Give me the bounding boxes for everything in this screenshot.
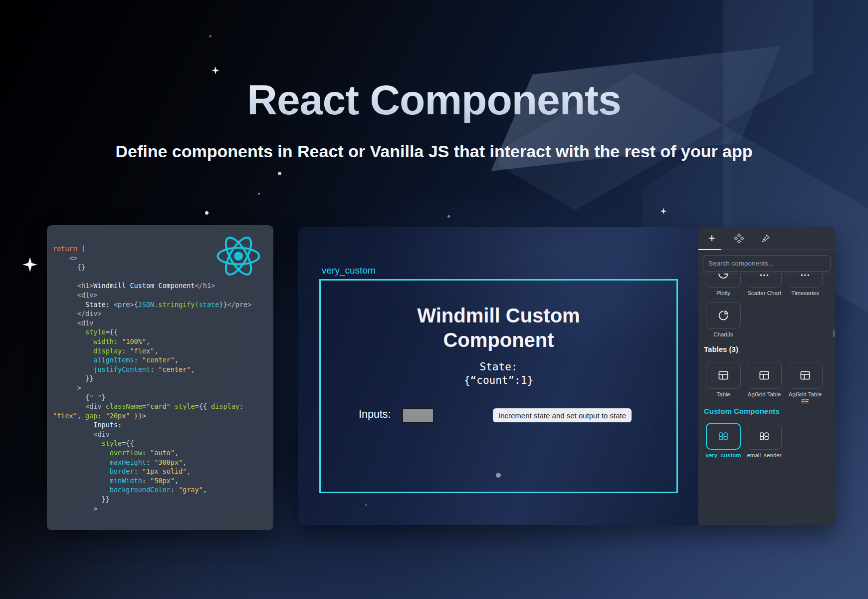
code-line: overflow: "auto", bbox=[53, 448, 268, 458]
code-line: Inputs: bbox=[53, 420, 268, 430]
canvas-dot-decor bbox=[365, 504, 367, 506]
code-line: State: <pre>{JSON.stringify(state)}</pre… bbox=[53, 300, 268, 309]
component-card-table[interactable] bbox=[706, 362, 741, 389]
code-line: <div bbox=[53, 318, 268, 328]
component-card-label: very_custom bbox=[703, 452, 744, 459]
component-input-box[interactable] bbox=[402, 408, 434, 423]
tab-components[interactable] bbox=[725, 227, 752, 250]
code-line: style={{ bbox=[53, 439, 268, 448]
table-icon bbox=[717, 369, 730, 382]
code-line: maxHeight: "300px", bbox=[53, 458, 268, 467]
table-icon bbox=[799, 369, 812, 382]
star-sparkle bbox=[22, 257, 37, 272]
code-panel: return ( <> {} <h1>Windmill Custom Compo… bbox=[47, 225, 273, 530]
code-line: <div bbox=[53, 430, 268, 439]
diamonds-icon bbox=[734, 234, 744, 243]
increment-button[interactable]: Increment state and set output to state bbox=[493, 408, 632, 422]
code-line: <> bbox=[53, 254, 268, 263]
plus-icon: + bbox=[708, 232, 715, 245]
code-line: }} bbox=[53, 495, 268, 504]
hero-page: React Components Define components in Re… bbox=[0, 0, 868, 599]
comp88-icon bbox=[758, 430, 771, 443]
code-line: "flex", gap: "20px" }}> bbox=[53, 411, 268, 421]
tables-heading: Tables (3) bbox=[704, 345, 738, 353]
component-card-label: AgGrid Table bbox=[744, 391, 785, 405]
custom-component-frame[interactable]: Windmill Custom Component State: {“count… bbox=[319, 279, 678, 493]
component-state-value: {“count”:1} bbox=[321, 374, 676, 387]
tab-style[interactable] bbox=[752, 227, 779, 250]
component-card-label: email_sender bbox=[744, 452, 785, 459]
component-heading: Windmill Custom Component bbox=[389, 303, 609, 352]
component-card-email_sender[interactable] bbox=[747, 423, 782, 450]
star-sparkle bbox=[205, 211, 209, 215]
code-line: minWidth: "50px", bbox=[53, 476, 268, 486]
code-line: </div> bbox=[53, 309, 268, 318]
code-line: backgroundColor: "gray", bbox=[53, 485, 268, 495]
code-line: justifyContent: "center", bbox=[53, 365, 268, 374]
page-subtitle: Define components in React or Vanilla JS… bbox=[0, 142, 868, 161]
component-card-aggrid-table[interactable] bbox=[747, 362, 782, 389]
chartjs-icon bbox=[717, 309, 730, 322]
sidebar-tabs: + bbox=[698, 227, 836, 250]
code-line bbox=[53, 272, 268, 282]
star-sparkle bbox=[278, 172, 281, 175]
star-sparkle bbox=[258, 193, 260, 195]
code-line: display: "flex", bbox=[53, 346, 268, 356]
component-inputs-row: Inputs: Increment state and set output t… bbox=[321, 407, 676, 424]
page-title: React Components bbox=[0, 76, 868, 124]
component-card-label: Scatter Chart bbox=[744, 290, 785, 297]
component-state: State: {“count”:1} bbox=[321, 360, 676, 387]
tab-add-component[interactable]: + bbox=[698, 227, 725, 250]
code-line: <div> bbox=[53, 291, 268, 300]
component-state-label: State: bbox=[321, 360, 676, 374]
star-sparkle bbox=[212, 66, 219, 74]
code-line: }} bbox=[53, 374, 268, 383]
code-line: alignItems: "center", bbox=[53, 355, 268, 365]
sidebar-header: + bbox=[698, 227, 836, 274]
code-line: width: "100%", bbox=[53, 337, 268, 346]
component-card-chartjs[interactable] bbox=[706, 302, 741, 329]
search-input[interactable] bbox=[703, 255, 831, 272]
component-id-label: very_custom bbox=[322, 265, 376, 276]
comp88-icon bbox=[717, 430, 730, 443]
component-card-label: ChartJs bbox=[703, 331, 744, 338]
custom-components-heading: Custom Components bbox=[704, 407, 780, 415]
component-card-aggrid-table-ee[interactable] bbox=[788, 362, 823, 389]
code-line: > bbox=[53, 504, 268, 514]
code-line: return ( bbox=[53, 244, 268, 254]
sidebar-scrollbar-thumb[interactable] bbox=[833, 330, 835, 337]
code-line: > bbox=[53, 383, 268, 393]
code-line: {} bbox=[53, 263, 268, 272]
component-card-label: Plotly bbox=[703, 290, 744, 297]
inputs-label: Inputs: bbox=[359, 408, 391, 421]
components-sidebar: PlotlyScatter ChartTimeseriesChartJsTabl… bbox=[698, 227, 836, 525]
code-line: {" "} bbox=[53, 393, 268, 402]
resize-handle-dot[interactable] bbox=[496, 473, 501, 478]
component-card-very_custom[interactable] bbox=[706, 423, 741, 450]
app-canvas[interactable]: very_custom Windmill Custom Component St… bbox=[298, 227, 698, 525]
code-line: style={{ bbox=[53, 327, 268, 337]
component-card-label: Table bbox=[703, 391, 744, 405]
code-block: return ( <> {} <h1>Windmill Custom Compo… bbox=[53, 244, 268, 513]
star-sparkle bbox=[209, 35, 212, 37]
code-line: border: "1px solid", bbox=[53, 467, 268, 476]
app-editor-panel: very_custom Windmill Custom Component St… bbox=[298, 227, 836, 525]
component-card-label: AgGrid Table EE bbox=[785, 391, 826, 405]
code-line: <h1>Windmill Custom Component</h1> bbox=[53, 281, 268, 291]
code-line: <div className="card" style={{ display: bbox=[53, 402, 268, 411]
star-sparkle bbox=[447, 215, 450, 218]
brush-icon bbox=[761, 234, 771, 243]
table-icon bbox=[758, 369, 771, 382]
component-card-label: Timeseries bbox=[785, 290, 826, 297]
